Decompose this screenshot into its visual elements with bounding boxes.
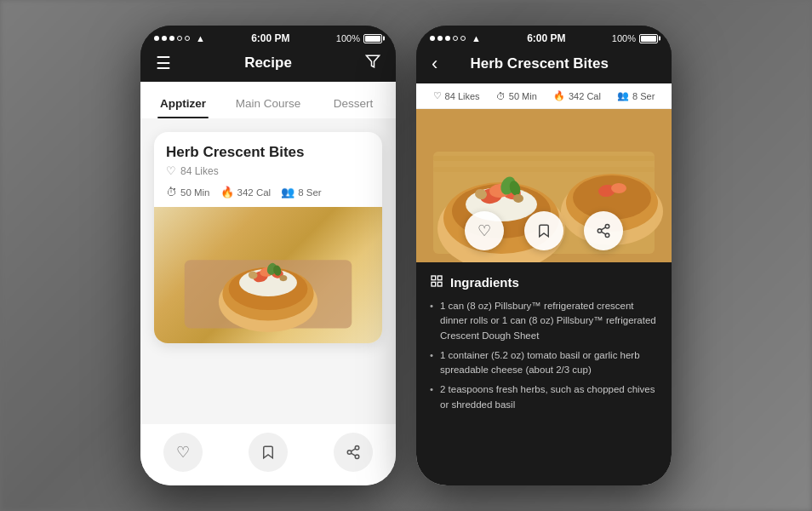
battery-fill-1: [365, 36, 380, 42]
ingredients-icon: [430, 274, 443, 290]
svg-point-14: [347, 451, 352, 455]
status-right-2: 100%: [612, 33, 658, 43]
svg-rect-21: [433, 167, 655, 172]
detail-cal: 🔥 342 Cal: [553, 90, 601, 101]
bookmark-button-2[interactable]: [524, 211, 563, 250]
svg-point-15: [355, 455, 359, 459]
svg-point-12: [279, 275, 287, 281]
meta-servings: 👥 8 Ser: [281, 186, 322, 198]
svg-line-17: [351, 449, 355, 451]
battery-percent-2: 100%: [612, 33, 636, 43]
phone-1-content: Apptizer Main Course Dessert Herb Cresce…: [140, 82, 396, 485]
tab-dessert[interactable]: Dessert: [311, 90, 396, 118]
heart-icon-detail: ♡: [433, 90, 442, 101]
svg-marker-0: [367, 55, 380, 67]
fire-icon-detail: 🔥: [553, 90, 565, 101]
fire-icon: 🔥: [220, 186, 234, 198]
dot-2: [162, 36, 167, 41]
wifi-icon-2: ▲: [472, 33, 481, 43]
phone-2-content: ♡ 84 Likes ⏱ 50 Min 🔥 342 Cal 👥 8 Ser: [416, 83, 672, 485]
card-title: Herb Crescent Bites: [166, 144, 370, 161]
person-icon-detail: 👥: [617, 90, 629, 101]
bookmark-button-1[interactable]: [249, 433, 288, 472]
ingredient-item-1: 1 container (5.2 oz) tomato basil or gar…: [430, 348, 658, 378]
status-bar-2: ▲ 6:00 PM 100%: [416, 26, 672, 48]
meta-calories: 🔥 342 Cal: [220, 186, 272, 198]
signal-dots: ▲: [154, 33, 205, 43]
clock-icon-detail: ⏱: [496, 91, 506, 101]
ingredients-title: Ingradients: [430, 274, 658, 290]
clock-icon: ⏱: [166, 186, 177, 198]
battery-icon-1: [363, 34, 382, 43]
nav-bar-1: ☰ Recipe: [140, 48, 396, 82]
svg-point-39: [598, 229, 602, 233]
svg-rect-20: [433, 156, 655, 161]
svg-point-40: [605, 233, 609, 238]
share-button-1[interactable]: [334, 433, 373, 472]
detail-meta-bar: ♡ 84 Likes ⏱ 50 Min 🔥 342 Cal 👥 8 Ser: [416, 83, 672, 109]
svg-line-41: [601, 232, 605, 234]
recipe-card-1[interactable]: Herb Crescent Bites ♡ 84 Likes ⏱ 50 Min …: [154, 132, 382, 343]
svg-line-42: [601, 227, 605, 230]
svg-rect-43: [432, 276, 436, 280]
svg-line-16: [351, 453, 355, 456]
meta-time: ⏱ 50 Min: [166, 186, 210, 198]
filter-icon[interactable]: [365, 54, 380, 72]
battery-percent-1: 100%: [336, 33, 360, 43]
heart-icon-small: ♡: [166, 164, 176, 177]
card-meta: ⏱ 50 Min 🔥 342 Cal 👥 8 Ser: [166, 186, 370, 198]
detail-ser-val: 8 Ser: [632, 91, 655, 101]
ingredient-item-2: 2 teaspoons fresh herbs, such as chopped…: [430, 382, 658, 412]
wifi-icon: ▲: [196, 33, 205, 43]
ingredients-list: 1 can (8 oz) Pillsbury™ refrigerated cre…: [430, 299, 658, 412]
like-button-1[interactable]: ♡: [163, 433, 203, 472]
detail-ser: 👥 8 Ser: [617, 90, 655, 101]
detail-time-val: 50 Min: [509, 91, 537, 101]
svg-point-37: [611, 183, 626, 193]
tab-main-course[interactable]: Main Course: [226, 90, 311, 118]
svg-point-38: [605, 225, 609, 229]
svg-point-32: [513, 194, 523, 203]
battery-fill-2: [641, 36, 656, 42]
image-actions: ♡: [416, 211, 672, 250]
detail-food-image: ♡: [416, 109, 672, 262]
status-right-1: 100%: [336, 33, 382, 43]
svg-rect-45: [437, 282, 442, 286]
nav-title-2: Herb Crescent Bites: [470, 55, 609, 72]
bottom-toolbar-1: ♡: [140, 424, 396, 485]
phone-1: ▲ 6:00 PM 100% ☰ Recipe App: [140, 26, 396, 485]
dot2-4: [453, 36, 458, 41]
detail-likes: ♡ 84 Likes: [433, 90, 480, 101]
svg-point-13: [355, 446, 359, 451]
ingredient-item-0: 1 can (8 oz) Pillsbury™ refrigerated cre…: [430, 299, 658, 343]
signal-dots-2: ▲: [430, 33, 481, 43]
dot-1: [154, 36, 159, 41]
card-image: [154, 207, 382, 343]
tabs-1: Apptizer Main Course Dessert: [140, 82, 396, 118]
share-button-2[interactable]: [584, 211, 623, 250]
food-svg-1: [154, 207, 382, 343]
status-bar-1: ▲ 6:00 PM 100%: [140, 26, 396, 48]
dot2-3: [445, 36, 450, 41]
like-button-2[interactable]: ♡: [465, 211, 504, 250]
detail-time: ⏱ 50 Min: [496, 90, 537, 101]
menu-icon[interactable]: ☰: [156, 53, 171, 73]
svg-rect-46: [432, 282, 436, 286]
svg-rect-44: [437, 276, 442, 280]
back-icon[interactable]: ‹: [432, 53, 437, 75]
card-likes: ♡ 84 Likes: [166, 164, 370, 177]
dot2-1: [430, 36, 435, 41]
tab-appetizer[interactable]: Apptizer: [140, 90, 226, 118]
phones-container: ▲ 6:00 PM 100% ☰ Recipe App: [0, 0, 812, 511]
likes-count: 84 Likes: [180, 165, 219, 177]
detail-cal-val: 342 Cal: [569, 91, 601, 101]
dot2-5: [460, 36, 466, 41]
time-value: 50 Min: [180, 187, 210, 198]
nav-title-1: Recipe: [244, 55, 292, 72]
dot-5: [185, 36, 190, 41]
card-info: Herb Crescent Bites ♡ 84 Likes ⏱ 50 Min …: [154, 132, 382, 207]
dot-4: [177, 36, 182, 41]
battery-icon-2: [639, 34, 658, 43]
dot2-2: [437, 36, 443, 41]
status-time-1: 6:00 PM: [251, 32, 289, 44]
